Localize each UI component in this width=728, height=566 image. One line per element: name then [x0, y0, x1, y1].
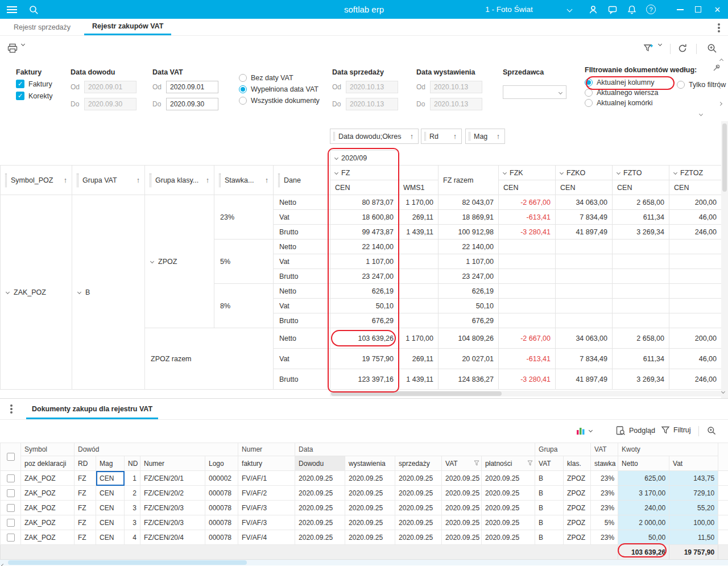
radio-selected-icon[interactable] — [585, 79, 593, 86]
pivot-value-cell[interactable]: 1 170,00 — [399, 328, 439, 349]
data-sprzedazy-do-input[interactable] — [346, 98, 398, 110]
filter-scroll-right-icon[interactable] — [719, 99, 722, 107]
scrollbar-thumb[interactable] — [722, 123, 727, 192]
filter-button[interactable]: Filtruj — [661, 425, 691, 435]
preview-button[interactable]: Podgląd — [615, 425, 655, 436]
pivot-rowgroup-symbol[interactable]: ZAK_POZ — [1, 195, 72, 390]
pivot-value-cell[interactable]: 34 063,00 — [556, 328, 613, 349]
grid-cell[interactable]: 100,00 — [669, 515, 718, 530]
pivot-value-cell[interactable] — [499, 313, 556, 328]
grid-cell[interactable]: ZAK_POZ — [21, 515, 75, 530]
grid-cell[interactable]: FV/AF/3 — [238, 515, 295, 530]
radio-wszystkie-dokumenty[interactable]: Wszystkie dokumenty — [239, 97, 324, 105]
grid-cell[interactable]: 2020.09.25 — [295, 486, 345, 501]
pivot-value-cell[interactable]: 46,00 — [669, 210, 722, 225]
pivot-dane-label[interactable]: Brutto — [274, 313, 330, 328]
pivot-value-cell[interactable]: 200,00 — [669, 195, 722, 210]
pivot-value-cell[interactable] — [556, 254, 613, 269]
col-rd[interactable]: RD — [75, 456, 96, 471]
collapse-chevron-icon[interactable] — [6, 290, 10, 294]
select-all-checkbox[interactable] — [7, 453, 15, 461]
group-vat[interactable]: VAT — [591, 443, 618, 456]
chart-icon[interactable] — [576, 425, 586, 436]
col-dowodu[interactable]: Dowodu — [295, 456, 345, 471]
pivot-rowgroup-stawka[interactable]: 23% — [214, 195, 274, 239]
pivot-dane-label[interactable]: Brutto — [274, 369, 330, 390]
grid-cell[interactable]: FV/AF/3 — [238, 501, 295, 515]
table-row[interactable]: ZAK_POZFZCEN4FZ/CEN/20/4000078FV/AF/4202… — [1, 530, 728, 545]
grid-cell[interactable]: FZ/CEN/20/2 — [140, 486, 205, 501]
grid-cell[interactable]: 5% — [591, 515, 618, 530]
group-data[interactable]: Data — [295, 443, 535, 456]
pivot-value-cell[interactable]: 3 269,34 — [613, 369, 669, 390]
chat-icon[interactable] — [607, 0, 618, 19]
col-numer[interactable]: Numer — [140, 456, 205, 471]
pivot-col-period[interactable]: 2020/09 — [330, 151, 399, 166]
pivot-value-cell[interactable] — [556, 299, 613, 313]
pivot-value-cell[interactable] — [399, 254, 439, 269]
grid-cell[interactable]: 2020.09.25 — [345, 530, 395, 545]
sort-asc-icon[interactable]: ↑ — [265, 176, 268, 184]
pivot-value-cell[interactable]: -613,41 — [499, 349, 556, 369]
pivot-value-cell[interactable] — [669, 299, 722, 313]
grid-cell[interactable]: 4 — [125, 530, 140, 545]
grid-cell[interactable]: 23% — [591, 530, 618, 545]
data-wystawienia-od-input[interactable] — [430, 81, 482, 93]
grid-cell[interactable]: 2020.09.25 — [295, 530, 345, 545]
grid-cell[interactable]: 000078 — [205, 530, 238, 545]
col-faktury[interactable]: faktury — [238, 456, 295, 471]
select-all-cell[interactable] — [1, 443, 21, 471]
group-dowod[interactable]: Dowód — [75, 443, 238, 456]
refresh-icon[interactable] — [677, 43, 688, 54]
col-logo[interactable]: Logo — [205, 456, 238, 471]
grid-cell[interactable]: 000002 — [205, 471, 238, 486]
pivot-value-cell[interactable] — [556, 284, 613, 299]
grid-cell[interactable]: 2020.09.25 — [295, 515, 345, 530]
col-klas[interactable]: klas. — [564, 456, 591, 471]
pivot-value-cell[interactable] — [669, 313, 722, 328]
notifications-bell-icon[interactable] — [627, 0, 637, 19]
pivot-value-cell[interactable] — [669, 284, 722, 299]
pivot-value-cell[interactable] — [613, 239, 669, 254]
pivot-value-cell[interactable]: -3 280,41 — [499, 225, 556, 239]
pivot-value-cell[interactable]: 46,00 — [669, 349, 722, 369]
collapse-chevron-icon[interactable] — [150, 259, 154, 263]
pivot-value-cell[interactable]: 22 140,00 — [439, 239, 499, 254]
grid-cell[interactable]: FV/AF/1 — [238, 471, 295, 486]
pivot-field-chip-mag[interactable]: Mag ↑ — [465, 129, 505, 144]
pivot-value-cell[interactable]: 2 658,00 — [613, 328, 669, 349]
data-vat-od-input[interactable] — [166, 81, 218, 93]
pivot-rowgroup-stawka[interactable]: 5% — [214, 239, 274, 284]
row-checkbox[interactable] — [7, 519, 15, 527]
grid-cell[interactable]: 2020.09.25 — [345, 515, 395, 530]
pivot-value-cell[interactable] — [499, 239, 556, 254]
col-vat-amount[interactable]: Vat — [669, 456, 718, 471]
drag-handle-icon[interactable] — [77, 173, 78, 187]
scrollbar-thumb[interactable] — [331, 391, 502, 396]
drag-handle-icon[interactable] — [424, 132, 426, 141]
grid-cell[interactable]: 000078 — [205, 515, 238, 530]
pivot-col-fz[interactable]: FZ — [330, 166, 399, 180]
grid-cell[interactable]: 1 — [125, 471, 140, 486]
grid-cell[interactable]: 143,75 — [669, 471, 718, 486]
radio-aktualnego-wiersza[interactable]: Aktualnego wiersza — [585, 89, 728, 97]
pivot-value-cell[interactable]: 23 247,00 — [330, 269, 399, 284]
col-vat-date[interactable]: VAT — [442, 456, 482, 471]
pivot-dane-label[interactable]: Vat — [274, 349, 330, 369]
pivot-value-cell[interactable]: 7 834,49 — [556, 349, 613, 369]
pivot-value-cell[interactable]: 2 658,00 — [613, 195, 669, 210]
minimize-button[interactable] — [677, 0, 684, 19]
pivot-value-cell[interactable] — [499, 284, 556, 299]
sort-asc-icon[interactable]: ↑ — [453, 133, 457, 141]
help-icon[interactable]: ? — [646, 0, 656, 19]
drag-handle-icon[interactable] — [278, 173, 280, 187]
grid-cell[interactable]: 2020.09.25 — [482, 486, 535, 501]
sort-asc-icon[interactable]: ↑ — [136, 176, 140, 184]
grid-cell[interactable]: 2020.09.25 — [482, 501, 535, 515]
pivot-dane-label[interactable]: Netto — [274, 284, 330, 299]
group-grupa[interactable]: Grupa — [535, 443, 591, 456]
close-button[interactable]: × — [714, 0, 721, 19]
pivot-value-cell[interactable]: 80 873,07 — [330, 195, 399, 210]
grid-cell[interactable]: CEN — [96, 501, 125, 515]
sort-asc-icon[interactable]: ↑ — [206, 176, 209, 184]
